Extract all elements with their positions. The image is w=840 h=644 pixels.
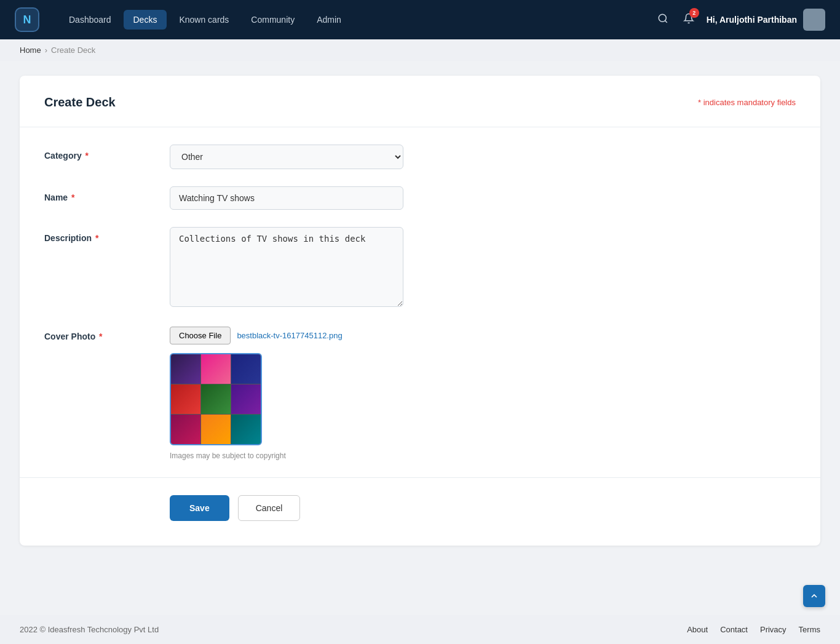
breadcrumb: Home › Create Deck xyxy=(0,39,840,61)
app-logo[interactable]: N xyxy=(15,7,39,32)
category-control: Other Entertainment Education Sports Tec… xyxy=(170,145,403,169)
footer-terms[interactable]: Terms xyxy=(799,625,820,634)
search-button[interactable] xyxy=(655,10,671,30)
svg-point-0 xyxy=(659,14,666,22)
page-title: Create Deck xyxy=(44,95,116,109)
copyright-note: Images may be subject to copyright xyxy=(170,451,343,460)
name-control xyxy=(170,186,403,210)
description-textarea[interactable]: Collections of TV shows in this deck xyxy=(170,227,403,307)
header-divider xyxy=(20,127,820,127)
svg-line-1 xyxy=(665,20,667,22)
notification-badge: 2 xyxy=(689,8,699,18)
avatar[interactable] xyxy=(803,9,825,31)
preview-cell-3 xyxy=(231,354,261,384)
card-header: Create Deck * indicates mandatory fields xyxy=(44,95,796,109)
footer-links: About Contact Privacy Terms xyxy=(687,625,820,634)
preview-cell-8 xyxy=(201,415,231,444)
nav-decks[interactable]: Decks xyxy=(124,10,167,30)
file-input-row: Choose File bestblack-tv-1617745112.png xyxy=(170,327,343,344)
choose-file-button[interactable]: Choose File xyxy=(170,327,231,344)
navbar-right: 2 Hi, Aruljothi Parthiban xyxy=(655,9,825,31)
name-label: Name * xyxy=(44,186,155,202)
preview-cell-4 xyxy=(171,384,200,414)
chevron-up-icon xyxy=(809,591,819,601)
save-button[interactable]: Save xyxy=(170,495,229,521)
preview-cell-2 xyxy=(201,354,231,384)
preview-cell-6 xyxy=(231,384,261,414)
scroll-to-top-button[interactable] xyxy=(803,585,825,607)
description-label: Description * xyxy=(44,227,155,243)
nav-community[interactable]: Community xyxy=(241,10,304,30)
nav-dashboard[interactable]: Dashboard xyxy=(59,10,121,30)
preview-cell-9 xyxy=(231,415,261,444)
breadcrumb-current: Create Deck xyxy=(51,46,95,55)
nav-known-cards[interactable]: Known cards xyxy=(169,10,239,30)
mandatory-note: * indicates mandatory fields xyxy=(698,98,796,107)
description-control: Collections of TV shows in this deck xyxy=(170,227,403,309)
notification-button[interactable]: 2 xyxy=(681,10,697,30)
cover-photo-label: Cover Photo * xyxy=(44,327,155,341)
footer: 2022 © Ideasfresh Techcnology Pvt Ltd Ab… xyxy=(0,615,840,644)
footer-copyright: 2022 © Ideasfresh Techcnology Pvt Ltd xyxy=(20,625,159,634)
description-row: Description * Collections of TV shows in… xyxy=(44,227,796,309)
preview-cell-7 xyxy=(171,415,200,444)
footer-privacy[interactable]: Privacy xyxy=(760,625,787,634)
name-row: Name * xyxy=(44,186,796,210)
category-label: Category * xyxy=(44,145,155,161)
nav-admin[interactable]: Admin xyxy=(307,10,351,30)
name-input[interactable] xyxy=(170,186,403,210)
cover-photo-control: Choose File bestblack-tv-1617745112.png xyxy=(170,327,343,460)
cover-photo-row: Cover Photo * Choose File bestblack-tv-1… xyxy=(44,327,796,460)
file-name: bestblack-tv-1617745112.png xyxy=(237,331,342,340)
preview-cell-1 xyxy=(171,354,200,384)
footer-about[interactable]: About xyxy=(687,625,708,634)
footer-contact[interactable]: Contact xyxy=(720,625,748,634)
breadcrumb-home[interactable]: Home xyxy=(20,46,41,55)
breadcrumb-separator: › xyxy=(45,46,47,55)
image-preview xyxy=(170,353,262,445)
cancel-button[interactable]: Cancel xyxy=(238,495,301,521)
create-deck-card: Create Deck * indicates mandatory fields… xyxy=(20,76,820,546)
form-divider xyxy=(20,477,820,478)
preview-grid xyxy=(171,354,261,444)
search-icon xyxy=(657,13,668,24)
nav-links: Dashboard Decks Known cards Community Ad… xyxy=(59,10,655,30)
greeting-text: Hi, Aruljothi Parthiban xyxy=(707,15,797,25)
preview-cell-5 xyxy=(201,384,231,414)
category-select[interactable]: Other Entertainment Education Sports Tec… xyxy=(170,145,403,169)
user-info: Hi, Aruljothi Parthiban xyxy=(707,9,825,31)
navbar: N Dashboard Decks Known cards Community … xyxy=(0,0,840,39)
button-row: Save Cancel xyxy=(44,495,796,521)
main-content: Create Deck * indicates mandatory fields… xyxy=(0,61,840,615)
category-row: Category * Other Entertainment Education… xyxy=(44,145,796,169)
